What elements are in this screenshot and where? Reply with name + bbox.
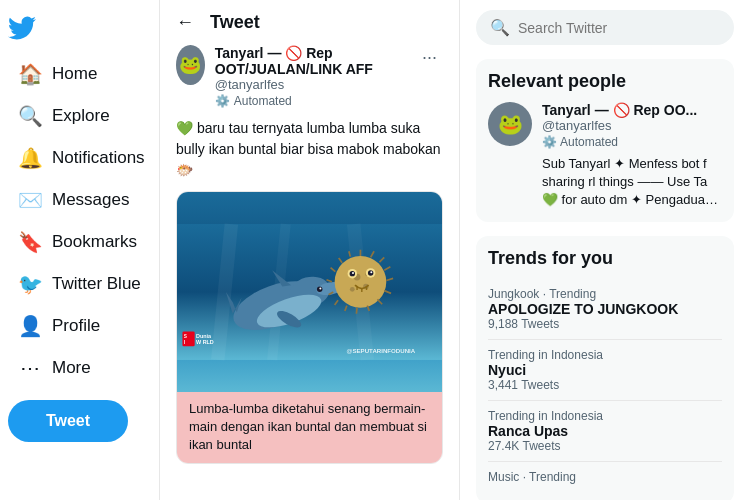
trend-context-2: Trending in Indonesia — [488, 348, 722, 362]
relevant-person: 🐸 Tanyarl — 🚫 Rep OO... @tanyarlfes ⚙️ A… — [488, 102, 722, 210]
sidebar-item-twitter-blue[interactable]: 🐦 Twitter Blue — [8, 264, 151, 304]
svg-point-32 — [350, 287, 355, 292]
svg-line-22 — [356, 308, 357, 314]
relevant-avatar: 🐸 — [488, 102, 532, 146]
tweet-button[interactable]: Tweet — [8, 400, 128, 442]
trend-context-4: Music · Trending — [488, 470, 722, 484]
twitter-blue-icon: 🐦 — [18, 272, 42, 296]
trends-section: Trends for you Jungkook · Trending APOLO… — [476, 236, 734, 500]
left-sidebar: 🏠 Home 🔍 Explore 🔔 Notifications ✉️ Mess… — [0, 0, 160, 500]
svg-point-9 — [319, 288, 321, 290]
tweet-header: ← Tweet — [160, 0, 459, 33]
trend-name-1: APOLOGIZE TO JUNGKOOK — [488, 301, 722, 317]
sidebar-explore-label: Explore — [52, 106, 110, 126]
trends-title: Trends for you — [488, 248, 722, 269]
more-icon: ⋯ — [18, 356, 42, 380]
trend-count-1: 9,188 Tweets — [488, 317, 722, 331]
relevant-auto-icon: ⚙️ — [542, 135, 557, 149]
main-content: ← Tweet 🐸 Tanyarl — 🚫 Rep OOT/JUALAN/LIN… — [160, 0, 460, 500]
tweet-image-visual: S I Dunia W RLD @SEPUTARINFODUNIA — [177, 192, 442, 392]
sidebar-item-messages[interactable]: ✉️ Messages — [8, 180, 151, 220]
svg-text:Dunia: Dunia — [196, 333, 212, 339]
sidebar-item-home[interactable]: 🏠 Home — [8, 54, 151, 94]
trend-count-3: 27.4K Tweets — [488, 439, 722, 453]
sidebar-item-bookmarks[interactable]: 🔖 Bookmarks — [8, 222, 151, 262]
relevant-automated-label: Automated — [560, 135, 618, 149]
tweet-image: S I Dunia W RLD @SEPUTARINFODUNIA Lumba-… — [176, 191, 443, 464]
sidebar-bookmarks-label: Bookmarks — [52, 232, 137, 252]
explore-icon: 🔍 — [18, 104, 42, 128]
automated-badge: ⚙️ Automated — [215, 94, 416, 108]
trend-name-2: Nyuci — [488, 362, 722, 378]
sidebar-item-notifications[interactable]: 🔔 Notifications — [8, 138, 151, 178]
relevant-info: Tanyarl — 🚫 Rep OO... @tanyarlfes ⚙️ Aut… — [542, 102, 722, 210]
home-icon: 🏠 — [18, 62, 42, 86]
svg-text:I: I — [184, 340, 185, 345]
relevant-bio: Sub Tanyarl ✦ Menfess bot f sharing rl t… — [542, 155, 722, 210]
tweet-card: 🐸 Tanyarl — 🚫 Rep OOT/JUALAN/LINK AFF @t… — [160, 33, 459, 476]
trend-item-3[interactable]: Trending in Indonesia Ranca Upas 27.4K T… — [488, 401, 722, 462]
display-name: Tanyarl — 🚫 Rep OOT/JUALAN/LINK AFF — [215, 45, 416, 77]
tweet-more-button[interactable]: ··· — [416, 45, 443, 70]
trend-item-1[interactable]: Jungkook · Trending APOLOGIZE TO JUNGKOO… — [488, 279, 722, 340]
username: @tanyarlfes — [215, 77, 416, 92]
notifications-icon: 🔔 — [18, 146, 42, 170]
svg-text:S: S — [184, 334, 187, 339]
relevant-people-section: Relevant people 🐸 Tanyarl — 🚫 Rep OO... … — [476, 59, 734, 222]
sidebar-notifications-label: Notifications — [52, 148, 145, 168]
tweet-page-title: Tweet — [210, 12, 260, 33]
tweet-image-svg: S I Dunia W RLD @SEPUTARINFODUNIA — [177, 192, 442, 392]
auto-icon: ⚙️ — [215, 94, 230, 108]
sidebar-item-profile[interactable]: 👤 Profile — [8, 306, 151, 346]
tweet-user-info: 🐸 Tanyarl — 🚫 Rep OOT/JUALAN/LINK AFF @t… — [176, 45, 416, 108]
image-caption-text: Lumba-lumba diketahui senang bermain-mai… — [189, 401, 427, 452]
user-details: Tanyarl — 🚫 Rep OOT/JUALAN/LINK AFF @tan… — [215, 45, 416, 108]
trend-context-3: Trending in Indonesia — [488, 409, 722, 423]
svg-text:W RLD: W RLD — [196, 339, 214, 345]
automated-label: Automated — [234, 94, 292, 108]
trend-context-1: Jungkook · Trending — [488, 287, 722, 301]
tweet-text: 💚 baru tau ternyata lumba lumba suka bul… — [176, 118, 443, 181]
sidebar-home-label: Home — [52, 64, 97, 84]
relevant-automated-badge: ⚙️ Automated — [542, 135, 722, 149]
relevant-handle: @tanyarlfes — [542, 118, 722, 133]
tweet-image-caption: Lumba-lumba diketahui senang bermain-mai… — [177, 392, 442, 463]
svg-text:@SEPUTARINFODUNIA: @SEPUTARINFODUNIA — [347, 347, 416, 354]
trend-item-4[interactable]: Music · Trending — [488, 462, 722, 492]
sidebar-profile-label: Profile — [52, 316, 100, 336]
bookmarks-icon: 🔖 — [18, 230, 42, 254]
relevant-people-title: Relevant people — [488, 71, 722, 92]
sidebar-item-more[interactable]: ⋯ More — [8, 348, 151, 388]
back-button[interactable]: ← — [176, 12, 194, 33]
search-input[interactable] — [518, 20, 720, 36]
sidebar-more-label: More — [52, 358, 91, 378]
svg-point-39 — [370, 271, 372, 273]
avatar: 🐸 — [176, 45, 205, 85]
sidebar-messages-label: Messages — [52, 190, 129, 210]
svg-point-38 — [352, 272, 354, 274]
relevant-display-name: Tanyarl — 🚫 Rep OO... — [542, 102, 722, 118]
search-bar[interactable]: 🔍 — [476, 10, 734, 45]
messages-icon: ✉️ — [18, 188, 42, 212]
sidebar-twitterblue-label: Twitter Blue — [52, 274, 141, 294]
search-icon: 🔍 — [490, 18, 510, 37]
trend-count-2: 3,441 Tweets — [488, 378, 722, 392]
twitter-logo — [8, 10, 44, 46]
tweet-user-row: 🐸 Tanyarl — 🚫 Rep OOT/JUALAN/LINK AFF @t… — [176, 45, 443, 108]
sidebar-item-explore[interactable]: 🔍 Explore — [8, 96, 151, 136]
trend-item-2[interactable]: Trending in Indonesia Nyuci 3,441 Tweets — [488, 340, 722, 401]
right-sidebar: 🔍 Relevant people 🐸 Tanyarl — 🚫 Rep OO..… — [460, 0, 750, 500]
trend-name-3: Ranca Upas — [488, 423, 722, 439]
profile-icon: 👤 — [18, 314, 42, 338]
